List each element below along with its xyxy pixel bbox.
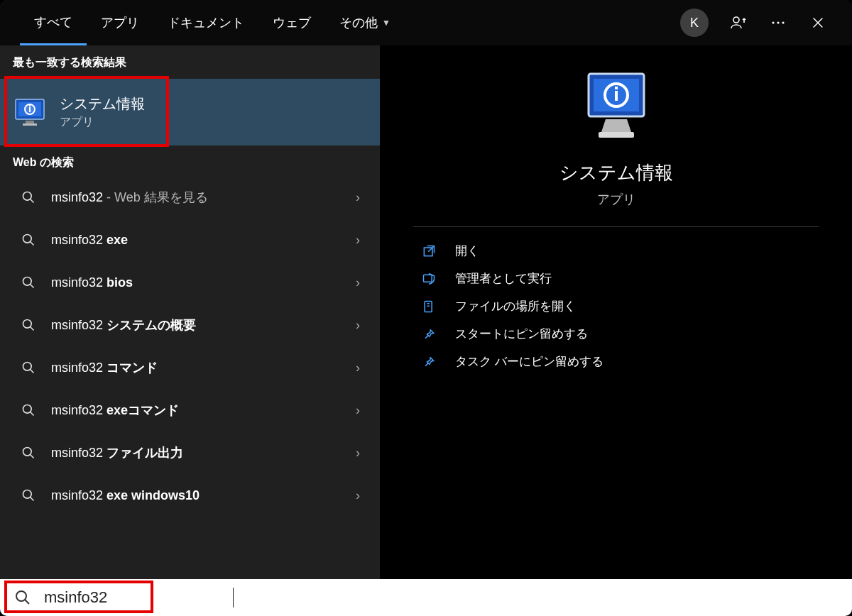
web-result-label: msinfo32 bios xyxy=(21,275,133,290)
action-label: ファイルの場所を開く xyxy=(455,298,576,314)
svg-point-13 xyxy=(23,235,32,243)
chevron-right-icon: › xyxy=(356,488,360,503)
preview-action[interactable]: 開く xyxy=(421,243,811,259)
svg-rect-27 xyxy=(424,275,432,282)
avatar-initial: K xyxy=(690,16,699,31)
tab-all[interactable]: すべて xyxy=(20,0,87,45)
chevron-right-icon: › xyxy=(356,446,360,461)
web-result-item[interactable]: msinfo32 exeコマンド › xyxy=(0,389,380,431)
header-buttons: K xyxy=(680,0,852,45)
svg-point-29 xyxy=(16,591,26,601)
svg-point-1 xyxy=(772,21,774,23)
folder-icon xyxy=(421,299,437,314)
pin-icon xyxy=(421,354,437,370)
action-label: 開く xyxy=(455,243,479,259)
web-results: msinfo32 - Web 結果を見る › msinfo32 exe › ms… xyxy=(0,176,380,517)
search-icon xyxy=(14,589,31,606)
feedback-icon[interactable] xyxy=(728,13,748,33)
header: すべて アプリ ドキュメント ウェブ その他 ▼ K xyxy=(0,0,852,45)
svg-rect-10 xyxy=(26,121,34,123)
web-search-heading: Web の検索 xyxy=(0,145,380,176)
preview-subtitle: アプリ xyxy=(597,191,635,208)
web-result-label: msinfo32 ファイル出力 xyxy=(21,444,183,461)
web-result-item[interactable]: msinfo32 コマンド › xyxy=(0,346,380,389)
web-result-label: msinfo32 exe xyxy=(21,233,128,248)
best-match-subtitle: アプリ xyxy=(60,115,145,130)
tab-apps[interactable]: アプリ xyxy=(87,0,153,45)
action-label: スタートにピン留めする xyxy=(455,326,588,342)
chevron-right-icon: › xyxy=(356,318,360,333)
preview-panel: システム情報 アプリ 開く管理者として実行ファイルの場所を開くスタートにピン留め… xyxy=(380,45,852,579)
web-result-item[interactable]: msinfo32 システムの概要 › xyxy=(0,304,380,346)
action-label: タスク バーにピン留めする xyxy=(455,353,604,370)
preview-action[interactable]: 管理者として実行 xyxy=(421,270,811,287)
header-tabs: すべて アプリ ドキュメント ウェブ その他 ▼ xyxy=(0,0,405,45)
close-icon[interactable] xyxy=(808,13,828,33)
system-info-icon xyxy=(13,95,47,129)
svg-rect-25 xyxy=(599,132,634,138)
open-icon xyxy=(421,243,437,259)
best-match-title: システム情報 xyxy=(60,94,145,114)
best-match-item[interactable]: システム情報 アプリ xyxy=(0,79,380,145)
search-input[interactable] xyxy=(44,588,229,607)
tab-label: アプリ xyxy=(101,14,139,31)
svg-rect-28 xyxy=(425,301,432,312)
svg-rect-9 xyxy=(29,105,31,106)
web-result-item[interactable]: msinfo32 exe › xyxy=(0,219,380,261)
preview-action[interactable]: タスク バーにピン留めする xyxy=(421,353,811,370)
search-icon xyxy=(21,361,36,375)
preview-header: システム情報 アプリ xyxy=(380,45,852,227)
tab-documents[interactable]: ドキュメント xyxy=(153,0,258,45)
web-result-label: msinfo32 システムの概要 xyxy=(21,317,196,334)
search-icon xyxy=(21,275,36,290)
svg-point-0 xyxy=(733,17,739,23)
svg-point-12 xyxy=(23,192,32,201)
chevron-right-icon: › xyxy=(356,361,360,375)
admin-icon xyxy=(421,271,437,287)
tab-web[interactable]: ウェブ xyxy=(258,0,325,45)
search-icon xyxy=(21,233,36,247)
avatar[interactable]: K xyxy=(680,9,709,37)
web-result-item[interactable]: msinfo32 exe windows10 › xyxy=(0,474,380,517)
svg-point-18 xyxy=(23,448,32,456)
preview-action[interactable]: スタートにピン留めする xyxy=(421,326,811,342)
svg-rect-24 xyxy=(615,87,618,89)
svg-point-17 xyxy=(23,405,32,414)
web-result-item[interactable]: msinfo32 bios › xyxy=(0,261,380,304)
svg-point-15 xyxy=(23,320,32,329)
svg-rect-8 xyxy=(29,107,31,112)
chevron-down-icon: ▼ xyxy=(382,18,390,28)
preview-title: システム情報 xyxy=(559,160,673,185)
best-match-heading: 最も一致する検索結果 xyxy=(0,45,380,79)
tab-label: ウェブ xyxy=(273,14,311,31)
web-result-label: msinfo32 exeコマンド xyxy=(21,402,179,419)
best-match-text: システム情報 アプリ xyxy=(60,94,145,130)
web-result-item[interactable]: msinfo32 ファイル出力 › xyxy=(0,431,380,474)
tab-more[interactable]: その他 ▼ xyxy=(325,0,405,45)
svg-rect-23 xyxy=(615,91,618,101)
search-bar xyxy=(0,579,852,616)
pin-icon xyxy=(421,326,437,342)
search-icon xyxy=(21,190,36,204)
tab-label: その他 xyxy=(339,14,378,31)
more-options-icon[interactable] xyxy=(768,13,788,33)
body: 最も一致する検索結果 システム情報 xyxy=(0,45,852,579)
chevron-right-icon: › xyxy=(356,190,360,205)
system-info-icon xyxy=(584,70,648,148)
text-caret xyxy=(233,588,234,607)
svg-point-14 xyxy=(23,277,32,286)
svg-point-19 xyxy=(23,490,32,499)
svg-point-2 xyxy=(777,21,779,23)
action-label: 管理者として実行 xyxy=(455,270,552,287)
preview-action[interactable]: ファイルの場所を開く xyxy=(421,298,811,314)
web-result-item[interactable]: msinfo32 - Web 結果を見る › xyxy=(0,176,380,219)
svg-point-3 xyxy=(782,21,784,23)
search-icon xyxy=(21,488,36,502)
preview-actions: 開く管理者として実行ファイルの場所を開くスタートにピン留めするタスク バーにピン… xyxy=(380,227,852,385)
chevron-right-icon: › xyxy=(356,275,360,290)
chevron-right-icon: › xyxy=(356,403,360,418)
chevron-right-icon: › xyxy=(356,233,360,248)
results-panel: 最も一致する検索結果 システム情報 xyxy=(0,45,380,579)
svg-point-16 xyxy=(23,363,32,371)
search-icon xyxy=(21,318,36,332)
